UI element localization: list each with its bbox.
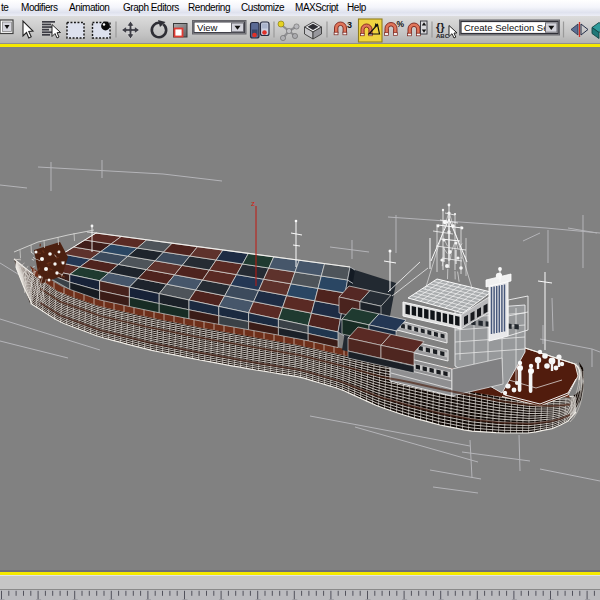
svg-text:Create Selection Set: Create Selection Set — [464, 22, 551, 33]
svg-text:%: % — [397, 19, 405, 29]
svg-text:View: View — [197, 21, 218, 32]
svg-text:3: 3 — [347, 19, 352, 29]
svg-text:ABC: ABC — [436, 32, 450, 38]
svg-text:{}: {} — [436, 20, 445, 32]
svg-text:z: z — [251, 199, 255, 208]
